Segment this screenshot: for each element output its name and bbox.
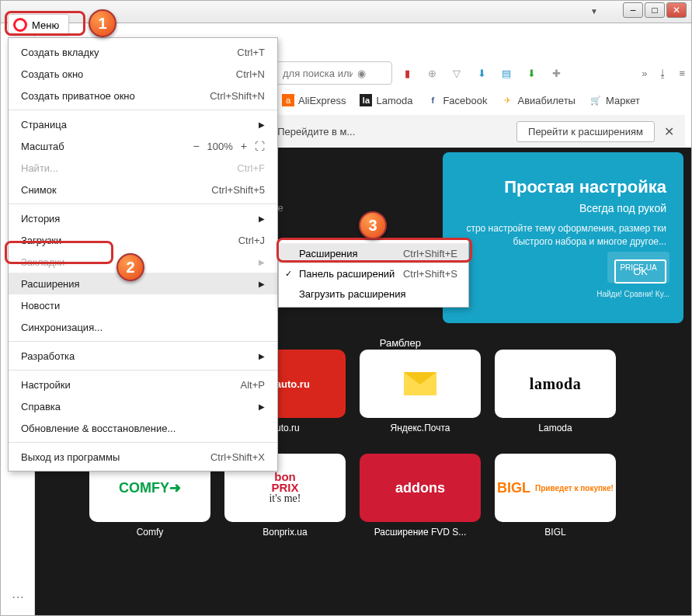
bookmark-label: Авиабилеты bbox=[518, 95, 576, 106]
menu-label: История bbox=[21, 213, 60, 224]
bookmark-label: Маркет bbox=[606, 95, 640, 106]
submenu-extensions[interactable]: РасширенияCtrl+Shift+E bbox=[279, 243, 468, 263]
goto-extensions-button[interactable]: Перейти к расширениям bbox=[516, 121, 655, 142]
bookmark-lamoda[interactable]: laLamoda bbox=[360, 94, 412, 106]
downloads-tray-icon[interactable]: ⭳ bbox=[658, 68, 668, 79]
tile-yandex-mail[interactable]: Яндекс.Почта bbox=[360, 350, 481, 433]
search-input[interactable] bbox=[283, 68, 353, 79]
search-box[interactable]: ◉ bbox=[276, 61, 392, 85]
tile-bigl[interactable]: BIGLПриведет к покупке!BIGL bbox=[495, 454, 616, 538]
title-dropdown-icon[interactable]: ▼ bbox=[590, 7, 598, 16]
aliexpress-icon: a bbox=[282, 94, 294, 106]
bookmark-facebook[interactable]: fFacebook bbox=[426, 94, 487, 106]
submenu-arrow-icon: ▶ bbox=[259, 280, 265, 288]
menu-label: Справка bbox=[21, 401, 61, 412]
tile-lamoda[interactable]: lamodaLamoda bbox=[495, 350, 616, 433]
window-minimize-button[interactable]: – bbox=[623, 2, 643, 18]
menu-snapshot[interactable]: СнимокCtrl+Shift+5 bbox=[9, 179, 277, 200]
submenu-arrow-icon: ▶ bbox=[259, 258, 265, 266]
download-icon[interactable]: ⬇ bbox=[475, 66, 489, 80]
menu-label: Создать приватное окно bbox=[21, 90, 135, 102]
menu-update[interactable]: Обновление & восстановление... bbox=[9, 417, 277, 439]
bigl-tagline: Приведет к покупке! bbox=[535, 484, 614, 492]
camera-icon[interactable]: ◉ bbox=[357, 68, 366, 79]
menu-downloads[interactable]: ЗагрузкиCtrl+J bbox=[9, 229, 277, 251]
menu-label: Расширения bbox=[21, 278, 80, 290]
shield-icon[interactable]: ▽ bbox=[450, 66, 464, 80]
facebook-icon: f bbox=[426, 94, 439, 106]
opera-icon bbox=[13, 18, 27, 32]
menu-zoom[interactable]: Масштаб−100%+⛶ bbox=[9, 135, 277, 157]
menu-extensions[interactable]: Расширения▶ bbox=[9, 273, 277, 294]
bookmark-market[interactable]: 🛒Маркет bbox=[589, 94, 640, 106]
menu-help[interactable]: Справка▶ bbox=[9, 395, 277, 417]
menu-shortcut: Ctrl+Shift+N bbox=[210, 90, 265, 102]
easy-setup-icon[interactable]: ≡ bbox=[679, 68, 685, 79]
bonprix-logo: bonPRIXit's me! bbox=[269, 472, 301, 504]
menu-label: Обновление & восстановление... bbox=[21, 423, 176, 434]
menu-label: Закладки bbox=[21, 256, 64, 268]
notification-close-icon[interactable]: ✕ bbox=[664, 124, 674, 139]
tile-caption: Bonprix.ua bbox=[263, 527, 307, 538]
menu-shortcut: Ctrl+Shift+S bbox=[403, 268, 457, 280]
menu-exit[interactable]: Выход из программыCtrl+Shift+X bbox=[9, 446, 277, 468]
submenu-download-extensions[interactable]: Загрузить расширения bbox=[279, 284, 468, 304]
opera-menu-button[interactable]: Меню bbox=[8, 14, 69, 36]
fullscreen-icon[interactable]: ⛶ bbox=[255, 141, 265, 152]
window-maximize-button[interactable]: □ bbox=[645, 2, 665, 18]
annotation-marker-2: 2 bbox=[116, 253, 144, 281]
menu-new-tab[interactable]: Создать вкладкуCtrl+T bbox=[9, 41, 277, 63]
menu-label: Разработка bbox=[21, 350, 75, 362]
submenu-arrow-icon: ▶ bbox=[259, 214, 265, 223]
easy-setup-panel: Простая настройка Всегда под рукой стро … bbox=[443, 152, 683, 323]
menu-shortcut: Ctrl+Shift+E bbox=[403, 248, 457, 259]
menu-separator bbox=[9, 370, 277, 371]
menu-new-private[interactable]: Создать приватное окноCtrl+Shift+N bbox=[9, 85, 277, 106]
menu-develop[interactable]: Разработка▶ bbox=[9, 345, 277, 367]
lamoda-logo: lamoda bbox=[530, 375, 581, 393]
menu-settings[interactable]: НастройкиAlt+P bbox=[9, 374, 277, 395]
bookmark-label: Lamoda bbox=[376, 95, 412, 106]
easy-setup-subtitle: Всегда под рукой bbox=[460, 202, 666, 214]
submenu-arrow-icon: ▶ bbox=[259, 402, 265, 411]
menu-separator bbox=[9, 341, 277, 342]
submenu-extensions-panel[interactable]: ✓Панель расширенийCtrl+Shift+S bbox=[279, 263, 468, 284]
annotation-marker-1: 1 bbox=[89, 9, 116, 37]
mail-envelope-icon bbox=[404, 372, 436, 395]
menu-label: Страница bbox=[21, 119, 67, 131]
menu-new-window[interactable]: Создать окноCtrl+N bbox=[9, 63, 277, 85]
zoom-out-button[interactable]: − bbox=[193, 140, 199, 152]
bookmark-aliexpress[interactable]: aAliExpress bbox=[282, 94, 346, 106]
submenu-arrow-icon: ▶ bbox=[259, 120, 265, 129]
bookmark-label: Facebook bbox=[443, 95, 487, 106]
savefrom-icon[interactable]: ⬇ bbox=[524, 66, 538, 80]
menu-history[interactable]: История▶ bbox=[9, 207, 277, 229]
menu-page[interactable]: Страница▶ bbox=[9, 113, 277, 135]
bigl-logo: BIGL bbox=[497, 480, 530, 496]
puzzle-icon[interactable]: ✚ bbox=[549, 66, 563, 80]
lamoda-icon: la bbox=[360, 94, 372, 106]
translate-icon[interactable]: ▤ bbox=[499, 66, 513, 80]
tile-fvd[interactable]: addonsРасширение FVD S... bbox=[360, 454, 481, 538]
menu-label: Масштаб bbox=[21, 141, 64, 152]
more-icon[interactable]: ⋯ bbox=[9, 587, 27, 606]
menu-sync[interactable]: Синхронизация... bbox=[9, 316, 277, 338]
menu-label: Создать окно bbox=[21, 68, 83, 80]
zoom-in-button[interactable]: + bbox=[241, 140, 247, 152]
menu-shortcut: Ctrl+Shift+5 bbox=[211, 184, 265, 196]
overflow-icon[interactable]: » bbox=[642, 68, 647, 79]
globe-icon[interactable]: ⊕ bbox=[425, 66, 439, 80]
menu-label: Создать вкладку bbox=[21, 47, 99, 58]
easy-setup-body: стро настройте тему оформления, размер т… bbox=[460, 222, 666, 249]
menu-separator bbox=[9, 442, 277, 443]
menu-shortcut: Ctrl+J bbox=[238, 235, 265, 246]
easy-setup-title: Простая настройка bbox=[460, 177, 666, 197]
check-icon: ✓ bbox=[285, 269, 292, 279]
main-menu: Создать вкладкуCtrl+T Создать окноCtrl+N… bbox=[8, 37, 278, 472]
adblock-icon[interactable]: ▮ bbox=[400, 66, 414, 80]
price-tile[interactable]: PRICE.UA bbox=[607, 252, 669, 283]
menu-news[interactable]: Новости bbox=[9, 294, 277, 316]
tile-caption: Comfy bbox=[137, 527, 164, 538]
window-close-button[interactable]: ✕ bbox=[666, 2, 687, 18]
bookmark-aviabilety[interactable]: ✈Авиабилеты bbox=[502, 94, 576, 106]
